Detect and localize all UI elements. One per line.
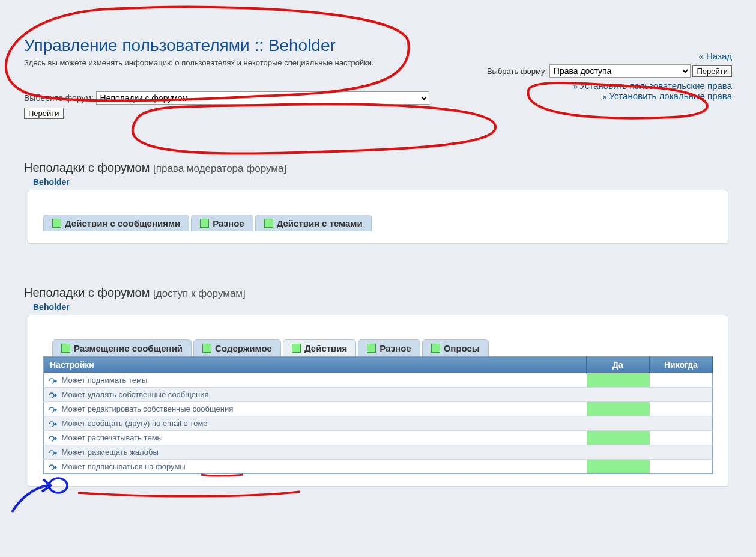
checkbox-icon [52,219,61,228]
permissions-table: Настройки Да Никогда Может поднимать тем… [43,356,713,474]
perm-yes-cell[interactable] [587,416,650,431]
tab-label: Действия с темами [277,218,363,228]
perm-label[interactable]: Может сообщать (другу) по email о теме [44,416,587,431]
perm-label[interactable]: Может редактировать собственные сообщени… [44,402,587,416]
table-row: Может сообщать (другу) по email о теме [44,416,713,431]
tab-label: Действия [304,343,347,353]
tab-разное[interactable]: Разное [358,339,420,356]
perm-yes-cell[interactable] [587,445,650,460]
section1-title: Неполадки с форумом [24,161,150,174]
forum-go-button[interactable]: Перейти [24,108,64,119]
perm-never-cell[interactable] [650,460,713,474]
checkbox-icon [292,344,301,353]
perm-never-cell[interactable] [650,388,713,402]
table-row: Может распечатывать темы [44,431,713,445]
perm-label[interactable]: Может удалять собственные сообщения [44,388,587,402]
perm-label[interactable]: Может поднимать темы [44,373,587,388]
page-title: Управление пользователями :: Beholder [24,36,732,55]
perm-never-cell[interactable] [650,373,713,388]
perm-yes-cell[interactable] [587,460,650,474]
table-row: Может поднимать темы [44,373,713,388]
perm-yes-cell[interactable] [587,388,650,402]
perm-yes-cell[interactable] [587,431,650,445]
section1-username[interactable]: Beholder [33,177,732,187]
tab-label: Размещение сообщений [74,343,183,353]
tab-действия-с-сообщениями[interactable]: Действия с сообщениями [43,215,189,231]
link-set-local-perms[interactable]: Установить локальные права [609,91,733,101]
tab-label: Разное [213,218,244,228]
checkbox-icon [264,219,273,228]
perm-never-cell[interactable] [650,402,713,416]
trace-icon [49,462,59,471]
form-select[interactable]: Права доступа [549,64,691,78]
col-settings: Настройки [44,357,587,373]
tab-действия-с-темами[interactable]: Действия с темами [255,215,372,231]
forum-select-label: Выберите форум: [24,93,94,103]
trace-icon [49,419,59,428]
perm-label[interactable]: Может подписываться на форумы [44,460,587,474]
tab-опросы[interactable]: Опросы [422,339,489,356]
section2-username[interactable]: Beholder [33,302,732,312]
form-select-label: Выбрать форму: [487,67,547,76]
trace-icon [49,376,59,385]
tab-label: Разное [380,343,411,353]
table-row: Может размещать жалобы [44,445,713,460]
back-link[interactable]: « Назад [699,51,733,61]
trace-icon [49,404,59,413]
col-never: Никогда [650,357,713,373]
form-go-button[interactable]: Перейти [692,65,732,77]
perm-never-cell[interactable] [650,416,713,431]
section-moderator-rights: Неполадки с форумом [права модератора фо… [24,161,732,244]
forum-select[interactable]: Неполадки с форумом [96,91,429,105]
section2-subtitle: [доступ к форумам] [153,288,246,299]
checkbox-icon [431,344,440,353]
perm-label[interactable]: Может размещать жалобы [44,445,587,460]
col-yes: Да [587,357,650,373]
tab-размещение-сообщений[interactable]: Размещение сообщений [52,339,192,356]
checkbox-icon [367,344,376,353]
perm-yes-cell[interactable] [587,402,650,416]
tab-label: Опросы [444,343,480,353]
perm-yes-cell[interactable] [587,373,650,388]
section1-subtitle: [права модератора форума] [153,163,286,174]
tab-содержимое[interactable]: Содержимое [193,339,281,356]
link-set-user-perms[interactable]: Установить пользовательские права [580,81,732,91]
checkbox-icon [61,344,70,353]
tab-разное[interactable]: Разное [191,215,253,231]
perm-label[interactable]: Может распечатывать темы [44,431,587,445]
tab-label: Содержимое [215,343,272,353]
checkbox-icon [200,219,209,228]
perm-never-cell[interactable] [650,445,713,460]
table-row: Может подписываться на форумы [44,460,713,474]
checkbox-icon [202,344,211,353]
tab-label: Действия с сообщениями [65,218,180,228]
section-forum-access: Неполадки с форумом [доступ к форумам] B… [24,286,732,487]
table-row: Может удалять собственные сообщения [44,388,713,402]
section2-title: Неполадки с форумом [24,286,150,299]
trace-icon [49,390,59,399]
tab-действия[interactable]: Действия [283,339,356,356]
trace-icon [49,433,59,442]
trace-icon [49,448,59,457]
perm-never-cell[interactable] [650,431,713,445]
table-row: Может редактировать собственные сообщени… [44,402,713,416]
